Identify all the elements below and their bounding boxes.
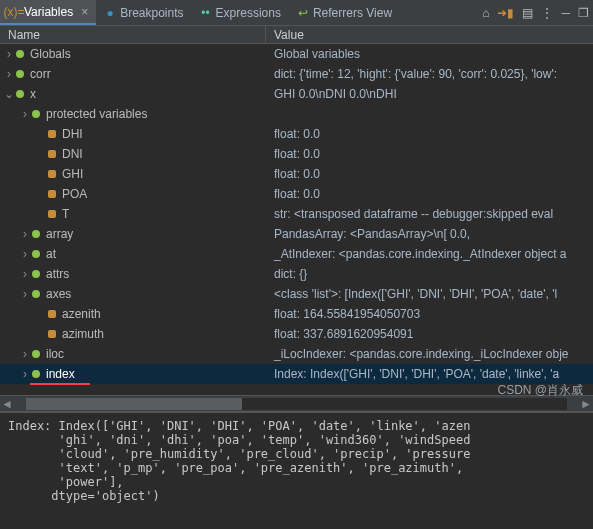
tree-row[interactable]: ›arrayPandasArray: <PandasArray>\n[ 0.0,: [0, 224, 593, 244]
var-name: POA: [62, 187, 87, 201]
tree-row[interactable]: DNIfloat: 0.0: [0, 144, 593, 164]
var-value: GHI 0.0\nDNI 0.0\nDHI: [266, 87, 593, 101]
chevron-right-icon[interactable]: ›: [20, 247, 30, 261]
var-name: axes: [46, 287, 71, 301]
var-value: float: 0.0: [266, 127, 593, 141]
tree-row[interactable]: Tstr: <transposed dataframe -- debugger:…: [0, 204, 593, 224]
toolbar-minimize-icon[interactable]: ─: [557, 6, 574, 20]
expressions-icon: ••: [200, 7, 212, 19]
globals-icon: [16, 50, 24, 58]
var-value: dict: {}: [266, 267, 593, 281]
scroll-track[interactable]: [26, 398, 567, 410]
field-icon: [48, 130, 56, 138]
var-name: at: [46, 247, 56, 261]
tree-row[interactable]: ›GlobalsGlobal variables: [0, 44, 593, 64]
var-icon: [32, 270, 40, 278]
tab-label: Variables: [24, 5, 73, 19]
field-icon: [48, 330, 56, 338]
toolbar-import-icon[interactable]: ➜▮: [493, 6, 518, 20]
var-icon: [32, 290, 40, 298]
var-name: azimuth: [62, 327, 104, 341]
tab-breakpoints[interactable]: ● Breakpoints: [96, 0, 191, 25]
variables-tree: ›GlobalsGlobal variables ›corrdict: {'ti…: [0, 44, 593, 395]
var-icon: [16, 90, 24, 98]
var-value: PandasArray: <PandasArray>\n[ 0.0,: [266, 227, 593, 241]
chevron-right-icon[interactable]: ›: [20, 227, 30, 241]
var-value: str: <transposed dataframe -- debugger:s…: [266, 207, 593, 221]
tree-row[interactable]: POAfloat: 0.0: [0, 184, 593, 204]
var-name: azenith: [62, 307, 101, 321]
chevron-right-icon[interactable]: ›: [20, 107, 30, 121]
var-value: <class 'list'>: [Index(['GHI', 'DNI', 'D…: [266, 287, 593, 301]
column-name[interactable]: Name: [0, 26, 266, 43]
chevron-right-icon[interactable]: ›: [4, 67, 14, 81]
var-name: protected variables: [46, 107, 147, 121]
tab-referrers[interactable]: ↩ Referrers View: [289, 0, 400, 25]
var-value: float: 164.55841954050703: [266, 307, 593, 321]
var-icon: [32, 350, 40, 358]
tree-row[interactable]: ⌄xGHI 0.0\nDNI 0.0\nDHI: [0, 84, 593, 104]
var-value: _iLocIndexer: <pandas.core.indexing._iLo…: [266, 347, 593, 361]
chevron-right-icon[interactable]: ›: [20, 367, 30, 381]
field-icon: [48, 170, 56, 178]
scroll-thumb[interactable]: [26, 398, 242, 410]
scroll-left-icon[interactable]: ◄: [0, 397, 14, 411]
toolbar-layout-icon[interactable]: ▤: [518, 6, 537, 20]
column-value[interactable]: Value: [266, 26, 312, 43]
tab-label: Referrers View: [313, 6, 392, 20]
var-name: x: [30, 87, 36, 101]
tree-row[interactable]: azimuthfloat: 337.6891620954091: [0, 324, 593, 344]
var-value: Global variables: [266, 47, 593, 61]
var-icon: [32, 230, 40, 238]
tree-row[interactable]: ›at_AtIndexer: <pandas.core.indexing._At…: [0, 244, 593, 264]
chevron-right-icon[interactable]: ›: [20, 287, 30, 301]
toolbar-restore-icon[interactable]: ❐: [574, 6, 593, 20]
column-headers: Name Value: [0, 26, 593, 44]
tree-row[interactable]: ›iloc_iLocIndexer: <pandas.core.indexing…: [0, 344, 593, 364]
field-icon: [48, 310, 56, 318]
var-value: float: 0.0: [266, 187, 593, 201]
tree-row[interactable]: ›corrdict: {'time': 12, 'hight': {'value…: [0, 64, 593, 84]
field-icon: [48, 190, 56, 198]
var-name: iloc: [46, 347, 64, 361]
toolbar-menu-icon[interactable]: ⋮: [537, 6, 557, 20]
var-value: float: 0.0: [266, 147, 593, 161]
tree-row[interactable]: azenithfloat: 164.55841954050703: [0, 304, 593, 324]
chevron-down-icon[interactable]: ⌄: [4, 87, 14, 101]
chevron-right-icon[interactable]: ›: [4, 47, 14, 61]
tree-row[interactable]: GHIfloat: 0.0: [0, 164, 593, 184]
toolbar-home-icon[interactable]: ⌂: [478, 6, 493, 20]
var-name: Globals: [30, 47, 71, 61]
tree-row-selected[interactable]: ›indexIndex: Index(['GHI', 'DNI', 'DHI',…: [0, 364, 593, 384]
tab-label: Breakpoints: [120, 6, 183, 20]
tab-bar: (x)= Variables × ● Breakpoints •• Expres…: [0, 0, 593, 26]
var-name: corr: [30, 67, 51, 81]
var-value: _AtIndexer: <pandas.core.indexing._AtInd…: [266, 247, 593, 261]
var-name: DNI: [62, 147, 83, 161]
var-value: dict: {'time': 12, 'hight': {'value': 90…: [266, 67, 593, 81]
tab-expressions[interactable]: •• Expressions: [192, 0, 289, 25]
close-icon[interactable]: ×: [81, 5, 88, 19]
tree-row[interactable]: DHIfloat: 0.0: [0, 124, 593, 144]
var-value: float: 0.0: [266, 167, 593, 181]
tree-row[interactable]: ›protected variables: [0, 104, 593, 124]
referrers-icon: ↩: [297, 7, 309, 19]
tree-row[interactable]: ›axes<class 'list'>: [Index(['GHI', 'DNI…: [0, 284, 593, 304]
chevron-right-icon[interactable]: ›: [20, 347, 30, 361]
var-value: float: 337.6891620954091: [266, 327, 593, 341]
variables-icon: (x)=: [8, 6, 20, 18]
var-name: GHI: [62, 167, 83, 181]
watermark: CSDN @肖永威: [497, 382, 583, 399]
protected-icon: [32, 110, 40, 118]
var-icon: [16, 70, 24, 78]
var-name: index: [46, 367, 75, 381]
var-name: T: [62, 207, 69, 221]
tab-label: Expressions: [216, 6, 281, 20]
field-icon: [48, 150, 56, 158]
var-icon: [32, 370, 40, 378]
var-name: DHI: [62, 127, 83, 141]
tab-variables[interactable]: (x)= Variables ×: [0, 0, 96, 25]
var-name: array: [46, 227, 73, 241]
chevron-right-icon[interactable]: ›: [20, 267, 30, 281]
tree-row[interactable]: ›attrsdict: {}: [0, 264, 593, 284]
